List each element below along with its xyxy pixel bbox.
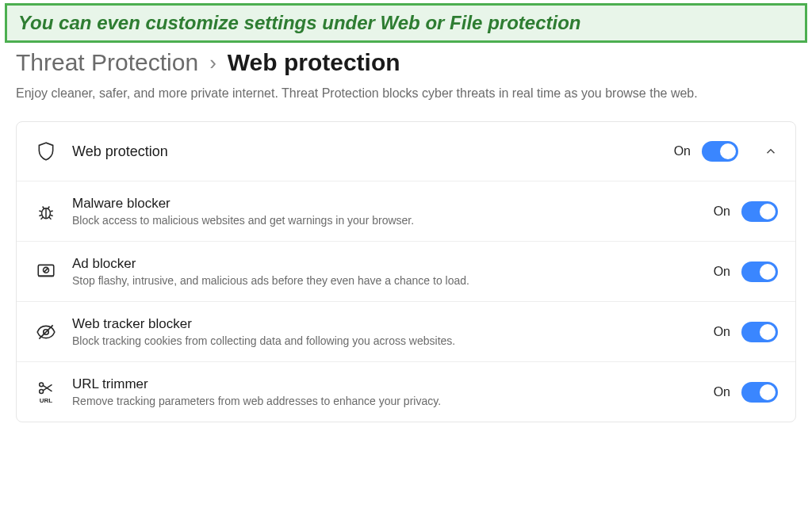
toggle-knob: [760, 324, 776, 340]
setting-desc: Remove tracking parameters from web addr…: [72, 395, 714, 407]
toggle-state-label: On: [714, 265, 730, 279]
setting-body: Web tracker blocker Block tracking cooki…: [72, 316, 714, 347]
section-header-web-protection[interactable]: Web protection On: [17, 122, 795, 181]
bug-icon: [34, 200, 58, 223]
section-header-controls: On: [674, 141, 778, 162]
setting-row-malware-blocker: Malware blocker Block access to maliciou…: [17, 181, 795, 242]
svg-point-8: [40, 383, 44, 387]
toggle-state-label: On: [674, 144, 691, 158]
section-header-body: Web protection: [72, 143, 674, 160]
breadcrumb-current: Web protection: [228, 49, 400, 76]
url-trimmer-toggle[interactable]: [741, 382, 778, 403]
annotation-banner: You can even customize settings under We…: [5, 3, 807, 43]
malware-blocker-toggle[interactable]: [741, 201, 778, 222]
setting-controls: On: [714, 322, 778, 342]
setting-desc: Block access to malicious websites and g…: [72, 214, 714, 227]
web-protection-toggle[interactable]: [702, 141, 738, 162]
setting-row-web-tracker-blocker: Web tracker blocker Block tracking cooki…: [17, 302, 795, 362]
breadcrumb-parent[interactable]: Threat Protection: [16, 49, 198, 76]
page-description: Enjoy cleaner, safer, and more private i…: [16, 84, 793, 102]
breadcrumb: Threat Protection › Web protection: [16, 49, 796, 76]
chevron-right-icon: ›: [209, 51, 216, 75]
toggle-state-label: On: [714, 325, 730, 339]
toggle-state-label: On: [714, 204, 730, 219]
toggle-knob: [760, 204, 776, 220]
toggle-knob: [760, 384, 776, 400]
setting-title: Ad blocker: [72, 256, 714, 272]
section-header-title: Web protection: [72, 143, 674, 160]
chevron-up-icon[interactable]: [764, 144, 778, 158]
setting-body: Malware blocker Block access to maliciou…: [72, 196, 714, 227]
eye-off-icon: [34, 320, 58, 344]
ad-blocker-toggle[interactable]: [741, 262, 778, 282]
monitor-block-icon: [34, 260, 58, 284]
svg-point-9: [40, 389, 44, 393]
setting-body: URL trimmer Remove tracking parameters f…: [72, 376, 714, 407]
scissors-url-icon: URL: [34, 380, 58, 404]
annotation-banner-text: You can even customize settings under We…: [18, 12, 580, 33]
setting-controls: On: [714, 262, 778, 282]
shield-icon: [34, 139, 58, 163]
setting-title: Web tracker blocker: [72, 316, 714, 332]
setting-desc: Block tracking cookies from collecting d…: [72, 334, 714, 347]
toggle-state-label: On: [714, 385, 730, 399]
setting-controls: On: [714, 201, 778, 222]
setting-row-ad-blocker: Ad blocker Stop flashy, intrusive, and m…: [17, 242, 795, 302]
setting-title: URL trimmer: [72, 376, 714, 392]
toggle-knob: [720, 143, 736, 159]
setting-row-url-trimmer: URL URL trimmer Remove tracking paramete…: [17, 362, 795, 422]
setting-controls: On: [714, 382, 778, 403]
settings-panel: Web protection On: [16, 121, 796, 422]
svg-line-5: [44, 268, 48, 272]
web-tracker-blocker-toggle[interactable]: [741, 322, 778, 342]
setting-body: Ad blocker Stop flashy, intrusive, and m…: [72, 256, 714, 287]
page-content: Threat Protection › Web protection Enjoy…: [0, 49, 812, 422]
toggle-knob: [760, 264, 776, 280]
svg-text:URL: URL: [40, 397, 53, 404]
setting-desc: Stop flashy, intrusive, and malicious ad…: [72, 274, 714, 287]
setting-title: Malware blocker: [72, 196, 714, 212]
